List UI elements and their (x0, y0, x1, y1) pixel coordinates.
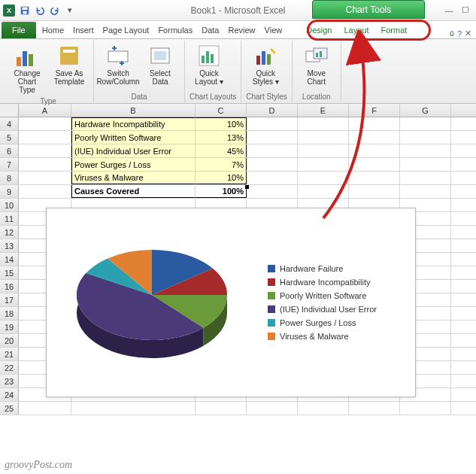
col-header-E[interactable]: E (298, 104, 349, 117)
select-data-icon (148, 44, 172, 68)
cell-C5[interactable]: 13% (196, 131, 247, 144)
tab-data[interactable]: Data (197, 22, 223, 38)
row-header[interactable]: 17 (0, 293, 19, 306)
redo-button[interactable] (48, 4, 62, 17)
row-header[interactable]: 22 (0, 361, 19, 374)
move-chart-button[interactable]: Move Chart (297, 42, 336, 87)
cell-B7[interactable]: Power Surges / Loss (71, 158, 196, 171)
legend-swatch (268, 319, 275, 327)
file-tab[interactable]: File (2, 22, 36, 38)
tab-home[interactable]: Home (38, 22, 68, 38)
cell-B5[interactable]: Poorly Written Software (71, 131, 196, 144)
qat-customize-icon[interactable]: ▾ (63, 4, 77, 17)
row-header[interactable]: 9 (0, 185, 19, 198)
row-header[interactable]: 16 (0, 280, 19, 293)
col-header-C[interactable]: C (196, 104, 247, 117)
cell-C4[interactable]: 10% (196, 117, 247, 130)
quick-layout-button[interactable]: Quick Layout ▾ (189, 42, 229, 87)
move-chart-icon (305, 44, 329, 68)
svg-rect-2 (23, 11, 26, 14)
row-header[interactable]: 11 (0, 212, 19, 225)
row-header[interactable]: 12 (0, 226, 19, 239)
col-header-G[interactable]: G (400, 104, 451, 117)
legend-label: Poorly Written Software (280, 291, 366, 300)
svg-rect-14 (211, 54, 214, 63)
maximize-button[interactable]: ☐ (458, 5, 473, 17)
window-title: Book1 - Microsoft Excel (190, 5, 285, 16)
minimize-ribbon-icon[interactable]: ۵ (450, 29, 454, 38)
save-as-template-button[interactable]: Save As Template (50, 42, 89, 96)
legend-label: (IUE) Individual User Error (280, 305, 377, 314)
tab-formulas[interactable]: Formulas (153, 22, 197, 38)
tab-design[interactable]: Design (300, 22, 338, 38)
col-header-D[interactable]: D (247, 104, 298, 117)
row-header[interactable]: 4 (0, 117, 19, 130)
switch-row-column-icon (106, 44, 130, 68)
row-header[interactable]: 5 (0, 131, 19, 144)
tab-view[interactable]: View (260, 22, 287, 38)
svg-rect-13 (206, 51, 209, 63)
row-header[interactable]: 23 (0, 375, 19, 387)
cell-B8[interactable]: Viruses & Malware (71, 172, 196, 184)
group-chart-styles: Chart Styles (246, 93, 287, 101)
tab-insert[interactable]: Insert (68, 22, 99, 38)
svg-rect-7 (63, 50, 75, 53)
row-header[interactable]: 20 (0, 334, 19, 347)
minimize-button[interactable]: — (441, 5, 456, 17)
cell-B4[interactable]: Hardware Incompatibility (71, 117, 196, 130)
legend-item: Viruses & Malware (268, 332, 377, 341)
row-header[interactable]: 25 (0, 402, 19, 415)
tab-format[interactable]: Format (374, 22, 413, 38)
row-header[interactable]: 15 (0, 266, 19, 279)
excel-app-icon: X (3, 5, 15, 17)
cell-C7[interactable]: 7% (196, 158, 247, 171)
svg-rect-12 (202, 56, 205, 63)
row-header[interactable]: 18 (0, 307, 19, 320)
select-data-button[interactable]: Select Data (141, 42, 180, 87)
row-header[interactable]: 19 (0, 321, 19, 333)
quick-styles-button[interactable]: Quick Styles ▾ (246, 42, 285, 87)
cell-C9[interactable]: 100% (196, 185, 247, 198)
row-header[interactable]: 7 (0, 158, 19, 171)
row-header[interactable]: 13 (0, 239, 19, 252)
change-chart-type-button[interactable]: Change Chart Type (8, 42, 47, 96)
row-header[interactable]: 24 (0, 388, 19, 401)
row-header[interactable]: 14 (0, 253, 19, 266)
worksheet-grid[interactable]: 4Hardware Incompatibility10% 5Poorly Wri… (0, 117, 476, 463)
help-icon[interactable]: ? (457, 29, 462, 38)
switch-row-column-button[interactable]: Switch Row/Column (99, 42, 138, 87)
row-header[interactable]: 10 (0, 199, 19, 211)
cell-B9[interactable]: Causes Covered (71, 185, 196, 198)
svg-rect-5 (29, 54, 33, 66)
quick-layout-icon (197, 44, 221, 68)
legend-item: Poorly Written Software (268, 291, 377, 300)
col-header-B[interactable]: B (71, 104, 196, 117)
svg-rect-16 (262, 51, 265, 65)
embedded-chart[interactable]: Hardware FailureHardware Incompatibility… (46, 208, 416, 397)
row-header[interactable]: 8 (0, 172, 19, 184)
tab-page-layout[interactable]: Page Layout (99, 22, 154, 38)
row-header[interactable]: 6 (0, 144, 19, 157)
cell-B6[interactable]: (IUE) Individual User Error (71, 144, 196, 157)
col-header-A[interactable]: A (19, 104, 71, 117)
inner-close-icon[interactable]: ✕ (465, 29, 471, 38)
svg-rect-1 (23, 7, 28, 10)
save-button[interactable] (18, 4, 32, 17)
ribbon-tabs: File Home Insert Page Layout Formulas Da… (0, 21, 476, 39)
tab-layout[interactable]: Layout (338, 22, 374, 38)
col-header-F[interactable]: F (349, 104, 400, 117)
legend-swatch (268, 305, 275, 313)
select-all-corner[interactable] (0, 104, 19, 117)
group-data: Data (99, 93, 180, 101)
svg-rect-17 (267, 54, 271, 65)
cell-C8[interactable]: 10% (196, 172, 247, 184)
undo-button[interactable] (33, 4, 47, 17)
svg-rect-8 (108, 51, 128, 62)
svg-rect-21 (320, 51, 322, 57)
row-header[interactable]: 21 (0, 348, 19, 360)
selection-handle[interactable] (245, 185, 249, 189)
tab-review[interactable]: Review (223, 22, 259, 38)
legend-swatch (268, 265, 275, 272)
legend-swatch (268, 333, 275, 340)
cell-C6[interactable]: 45% (196, 144, 247, 157)
